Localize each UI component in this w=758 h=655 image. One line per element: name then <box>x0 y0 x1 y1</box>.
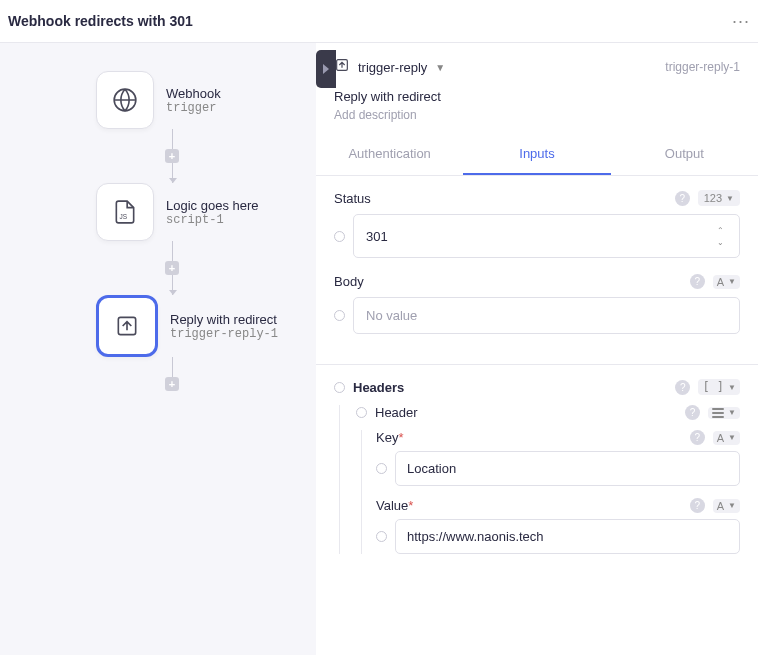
collapse-panel-toggle[interactable] <box>316 50 336 88</box>
field-radio[interactable] <box>356 407 367 418</box>
globe-icon <box>96 71 154 129</box>
status-input-field[interactable] <box>366 229 713 244</box>
reply-upload-icon <box>334 57 350 77</box>
help-icon[interactable]: ? <box>690 274 705 289</box>
node-subtitle: script-1 <box>166 213 259 227</box>
panel-meta: Reply with redirect Add description <box>316 81 758 134</box>
workflow-node-script[interactable]: JS Logic goes here script-1 <box>28 183 288 241</box>
field-radio[interactable] <box>334 310 345 321</box>
bracket-icon: [ ] <box>702 380 724 394</box>
node-title: Logic goes here <box>166 198 259 213</box>
header-value-label: Value* <box>376 498 413 513</box>
list-icon <box>712 408 724 418</box>
node-subtitle: trigger <box>166 101 221 115</box>
header-key-field[interactable] <box>407 461 728 476</box>
type-badge-text[interactable]: A ▼ <box>713 275 740 289</box>
panel-description-input[interactable]: Add description <box>334 108 740 122</box>
caret-down-icon: ▼ <box>728 383 736 392</box>
header-item-label: Header <box>375 405 677 420</box>
tab-output[interactable]: Output <box>611 134 758 175</box>
chevron-down-icon[interactable]: ▼ <box>435 62 445 73</box>
header-value-input[interactable] <box>395 519 740 554</box>
page-title: Webhook redirects with 301 <box>8 13 193 29</box>
panel-header: trigger-reply ▼ trigger-reply-1 <box>316 43 758 81</box>
svg-text:JS: JS <box>120 213 128 220</box>
panel-tabs: Authentication Inputs Output <box>316 134 758 176</box>
help-icon[interactable]: ? <box>685 405 700 420</box>
main: Webhook trigger + JS Lo <box>0 43 758 655</box>
status-input[interactable]: ⌃ ⌄ <box>353 214 740 258</box>
properties-panel: trigger-reply ▼ trigger-reply-1 Reply wi… <box>316 43 758 655</box>
caret-down-icon: ▼ <box>726 194 734 203</box>
headers-section: Headers ? [ ] ▼ Header ? ▼ <box>316 364 758 580</box>
help-icon[interactable]: ? <box>690 430 705 445</box>
type-badge-text[interactable]: A ▼ <box>713 499 740 513</box>
panel-node-id: trigger-reply-1 <box>665 60 740 74</box>
stepper-up-icon[interactable]: ⌃ <box>713 225 727 235</box>
field-radio[interactable] <box>334 382 345 393</box>
status-label: Status <box>334 191 371 206</box>
body-label: Body <box>334 274 364 289</box>
help-icon[interactable]: ? <box>675 191 690 206</box>
field-radio[interactable] <box>334 231 345 242</box>
header-key-label: Key* <box>376 430 403 445</box>
page-header: Webhook redirects with 301 ··· <box>0 0 758 43</box>
body-input[interactable] <box>353 297 740 334</box>
help-icon[interactable]: ? <box>690 498 705 513</box>
workflow-node-webhook[interactable]: Webhook trigger <box>28 71 288 129</box>
tab-authentication[interactable]: Authentication <box>316 134 463 175</box>
type-badge-object[interactable]: ▼ <box>708 407 740 419</box>
stepper-down-icon[interactable]: ⌄ <box>713 237 727 247</box>
headers-label: Headers <box>353 380 667 395</box>
type-badge-array[interactable]: [ ] ▼ <box>698 379 740 395</box>
panel-node-name[interactable]: trigger-reply <box>358 60 427 75</box>
field-radio[interactable] <box>376 531 387 542</box>
script-file-icon: JS <box>96 183 154 241</box>
type-badge-number[interactable]: 123 ▼ <box>698 190 740 206</box>
inputs-form: Status ? 123 ▼ ⌃ ⌄ <box>316 176 758 364</box>
type-badge-text[interactable]: A ▼ <box>713 431 740 445</box>
reply-upload-icon <box>96 295 158 357</box>
header-key-input[interactable] <box>395 451 740 486</box>
header-value-field[interactable] <box>407 529 728 544</box>
body-input-field[interactable] <box>366 308 727 323</box>
workflow-node-reply[interactable]: Reply with redirect trigger-reply-1 <box>28 295 288 357</box>
node-subtitle: trigger-reply-1 <box>170 327 278 341</box>
add-node-button[interactable]: + <box>165 377 179 391</box>
node-title: Webhook <box>166 86 221 101</box>
add-node-button[interactable]: + <box>165 261 179 275</box>
field-radio[interactable] <box>376 463 387 474</box>
caret-down-icon: ▼ <box>728 501 736 510</box>
tab-inputs[interactable]: Inputs <box>463 134 610 175</box>
caret-down-icon: ▼ <box>728 408 736 417</box>
add-node-button[interactable]: + <box>165 149 179 163</box>
more-menu-icon[interactable]: ··· <box>732 11 750 32</box>
caret-down-icon: ▼ <box>728 433 736 442</box>
help-icon[interactable]: ? <box>675 380 690 395</box>
caret-down-icon: ▼ <box>728 277 736 286</box>
node-title: Reply with redirect <box>170 312 278 327</box>
workflow-canvas[interactable]: Webhook trigger + JS Lo <box>0 43 316 655</box>
panel-title-input[interactable]: Reply with redirect <box>334 89 740 104</box>
